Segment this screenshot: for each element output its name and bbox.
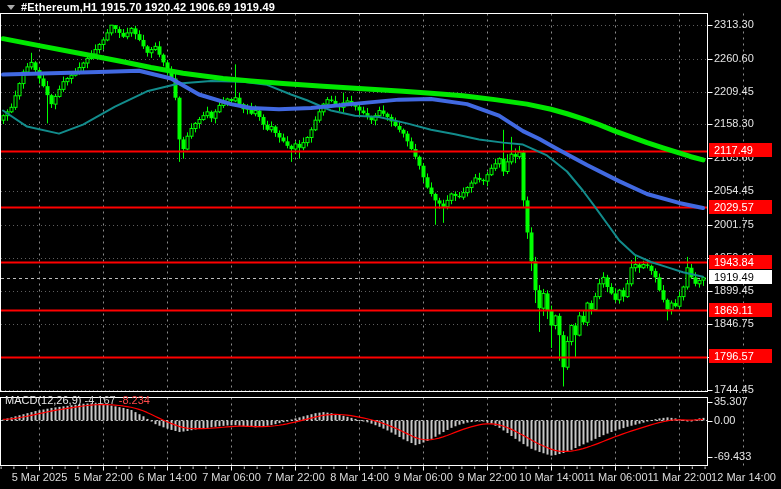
price-axis-label: 2313.30 xyxy=(714,18,754,31)
time-axis-label: 9 Mar 06:00 xyxy=(394,471,453,483)
time-axis-label: 11 Mar 22:00 xyxy=(647,471,711,483)
time-axis-label: 8 Mar 14:00 xyxy=(330,471,389,483)
time-axis-label: 5 Mar 22:00 xyxy=(74,471,133,483)
chart-title: #Ethereum,H1 1915.70 1920.42 1906.69 191… xyxy=(21,1,275,13)
time-axis-label: 9 Mar 22:00 xyxy=(458,471,517,483)
time-axis-label: 6 Mar 14:00 xyxy=(138,471,197,483)
macd-name: MACD(12,26,9) xyxy=(5,394,81,406)
price-level-badge: 2029.57 xyxy=(709,200,772,214)
macd-axis-label: 35.307 xyxy=(714,395,748,408)
price-level-badge: 1796.57 xyxy=(709,349,772,363)
chart-canvas[interactable] xyxy=(0,0,781,489)
symbol-dropdown-icon[interactable] xyxy=(7,5,15,10)
price-axis-label: 2158.30 xyxy=(714,117,754,130)
chart-title-bar: #Ethereum,H1 1915.70 1920.42 1906.69 191… xyxy=(5,1,275,13)
time-axis[interactable]: 5 Mar 20255 Mar 22:006 Mar 14:007 Mar 06… xyxy=(0,466,781,489)
price-axis-label: 2209.45 xyxy=(714,85,754,98)
chart-window: #Ethereum,H1 1915.70 1920.42 1906.69 191… xyxy=(0,0,781,489)
price-axis[interactable]: 2313.302260.602209.452158.302105.602054.… xyxy=(708,13,781,393)
time-axis-label: 12 Mar 14:00 xyxy=(711,471,776,483)
price-level-badge: 1943.84 xyxy=(709,255,772,269)
price-axis-label: 1846.75 xyxy=(714,317,754,330)
price-axis-label: 1899.45 xyxy=(714,284,754,297)
time-axis-label: 10 Mar 14:00 xyxy=(519,471,584,483)
price-level-badge: 2117.49 xyxy=(709,143,772,157)
price-axis-label: 2001.75 xyxy=(714,218,754,231)
macd-indicator-label: MACD(12,26,9) -4.167 -8.234 xyxy=(5,394,150,406)
time-axis-label: 5 Mar 2025 xyxy=(12,471,68,483)
price-axis-label: 2054.45 xyxy=(714,184,754,197)
time-axis-label: 7 Mar 22:00 xyxy=(266,471,325,483)
time-axis-label: 11 Mar 06:00 xyxy=(583,471,647,483)
macd-axis[interactable]: 35.3070.00-69.433 xyxy=(708,395,781,465)
current-price-badge: 1919.49 xyxy=(709,270,772,284)
macd-main-value: -4.167 xyxy=(84,394,115,406)
macd-axis-label: -69.433 xyxy=(714,450,751,463)
macd-axis-label: 0.00 xyxy=(714,414,735,427)
macd-signal-value: -8.234 xyxy=(119,394,150,406)
price-level-badge: 1869.11 xyxy=(709,303,772,317)
time-axis-label: 7 Mar 06:00 xyxy=(202,471,261,483)
price-axis-label: 2260.60 xyxy=(714,52,754,65)
